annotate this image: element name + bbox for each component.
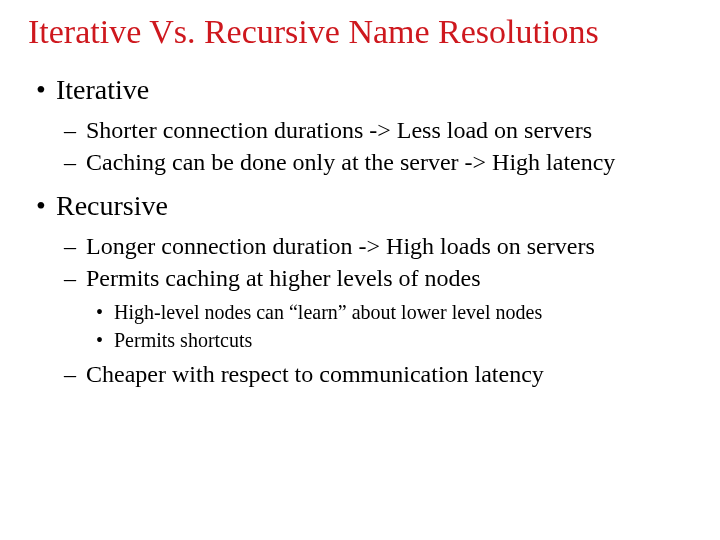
section-heading: Iterative xyxy=(56,74,149,105)
list-item: Permits shortcuts xyxy=(114,327,692,353)
sub-list: Longer connection duration -> High loads… xyxy=(56,231,692,389)
bullet-list: Iterative Shorter connection durations -… xyxy=(28,71,692,389)
slide-title: Iterative Vs. Recursive Name Resolutions xyxy=(28,12,692,51)
slide: Iterative Vs. Recursive Name Resolutions… xyxy=(0,0,720,540)
section-heading: Recursive xyxy=(56,190,168,221)
sub-sub-list: High-level nodes can “learn” about lower… xyxy=(86,299,692,353)
list-item: High-level nodes can “learn” about lower… xyxy=(114,299,692,325)
sub-list: Shorter connection durations -> Less loa… xyxy=(56,115,692,177)
list-item-label: Permits caching at higher levels of node… xyxy=(86,265,481,291)
section-iterative: Iterative Shorter connection durations -… xyxy=(56,71,692,177)
list-item: Shorter connection durations -> Less loa… xyxy=(86,115,692,145)
list-item: Longer connection duration -> High loads… xyxy=(86,231,692,261)
list-item: Permits caching at higher levels of node… xyxy=(86,263,692,353)
list-item: Cheaper with respect to communication la… xyxy=(86,359,692,389)
list-item: Caching can be done only at the server -… xyxy=(86,147,692,177)
section-recursive: Recursive Longer connection duration -> … xyxy=(56,187,692,389)
